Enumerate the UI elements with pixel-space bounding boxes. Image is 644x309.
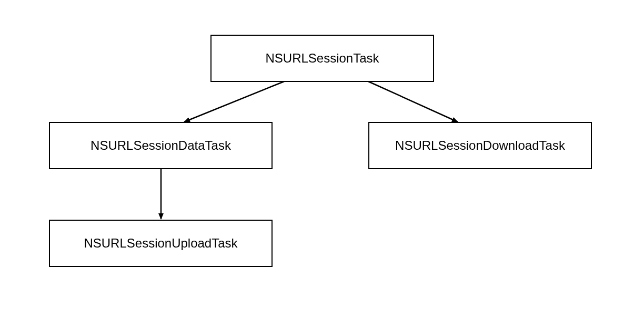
node-data-label: NSURLSessionDataTask — [90, 138, 231, 153]
edge-root-to-download — [368, 81, 458, 122]
edge-root-to-data — [184, 81, 284, 122]
node-download-label: NSURLSessionDownloadTask — [395, 138, 565, 153]
node-download: NSURLSessionDownloadTask — [368, 122, 592, 169]
node-upload: NSURLSessionUploadTask — [49, 220, 273, 267]
node-root-label: NSURLSessionTask — [265, 51, 379, 66]
node-data: NSURLSessionDataTask — [49, 122, 273, 169]
diagram-canvas: NSURLSessionTask NSURLSessionDataTask NS… — [0, 0, 644, 309]
node-root: NSURLSessionTask — [210, 35, 434, 82]
node-upload-label: NSURLSessionUploadTask — [84, 236, 237, 251]
